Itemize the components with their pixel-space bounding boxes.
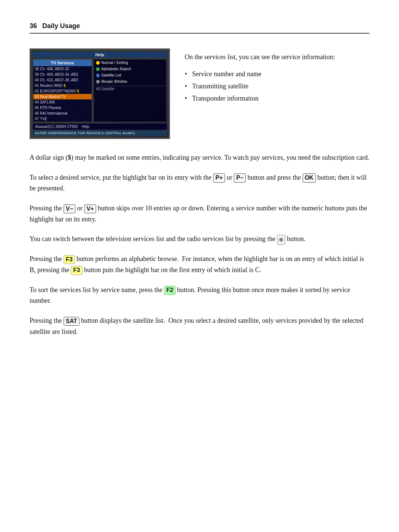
sat-key: SAT [64,317,79,326]
body-text: A dollar sign ($) may be marked on some … [30,152,369,337]
help-bottom: Help [81,125,89,129]
bullet-item-service: Service number and name [185,69,369,79]
transponder-info: Asiasat2(C) 3960H 27500 [35,125,78,129]
help-menu-panel: Normal / Sorting Alphabetic Search Satel… [93,59,167,122]
list-item: 39 Ch. 409, AB33-34, AB3 [33,72,92,77]
list-item: 38 Ch. 408, AB25-32 [33,66,92,72]
list-item: 45 RTR Planeta [33,105,92,111]
p-minus-key: P− [234,173,246,182]
blue-dot-icon [96,74,100,77]
tv-screen: Help TV Services 38 Ch. 408, AB25-32 39 … [30,48,170,139]
f3-key-first: F3 [64,255,75,264]
help-menu-item: Satellite List [94,72,166,78]
list-item: 47 TVE [33,116,92,122]
bullet-list: Service number and name Transmitting sat… [185,69,369,104]
top-section: Help TV Services 38 Ch. 408, AB25-32 39 … [30,48,369,139]
paragraph-f2: To sort the services list by service nam… [30,285,369,306]
tv-icon: ⊕ [277,235,285,245]
help-menu-item: Mosaic Window [94,78,166,85]
list-item-highlighted: 43 Real Madrid TV [33,94,92,99]
bullet-item-transponder: Transponder information [185,93,369,104]
tv-bottom-bar: Asiasat2(C) 3960H 27500 Help [33,123,167,130]
help-menu-item: Alphabetic Search [94,66,166,72]
list-item: 41 Reuters WNS $ [33,83,92,88]
paragraph-f3: Pressing the F3 button performs an alpha… [30,254,369,275]
paragraph-dollar: A dollar sign ($) may be marked on some … [30,152,369,163]
help-menu-item: Normal / Sorting [94,60,166,66]
tv-main-area: TV Services 38 Ch. 408, AB25-32 39 Ch. 4… [33,59,167,122]
help-bar: Help [33,52,167,58]
help-separator: All Satellite [94,86,166,92]
list-item: 40 Ch. 410, AB37-38, AB3 [33,77,92,83]
gray-dot-icon [96,80,100,84]
tv-content: Help TV Services 38 Ch. 408, AB25-32 39 … [31,50,169,138]
bullet-item-satellite: Transmitting satellite [185,81,369,92]
page-number: 36 [30,22,37,30]
v-minus-key: V− [64,204,75,213]
ok-key: OK [303,173,316,182]
f3-key-second: F3 [71,266,82,275]
p-plus-key: P+ [213,173,225,182]
services-header: TV Services [33,60,92,66]
info-intro: On the services list, you can see the se… [185,52,369,62]
v-plus-key: V+ [84,204,96,213]
page-header: 36 Daily Usage [30,22,369,34]
tv-ticker: EATER INDEPENDENCE FOR REGION'S CENTRAL … [33,131,167,136]
list-item: 46 RAI International [33,111,92,116]
section-title: Daily Usage [39,22,80,30]
tv-services-panel: TV Services 38 Ch. 408, AB25-32 39 Ch. 4… [33,59,92,122]
list-item: 44 SATLINK [33,99,92,105]
list-item: 42 EUROSPORT*NEWS $ [33,88,92,94]
paragraph-sat: Pressing the SAT button displays the sat… [30,315,369,337]
green-dot-icon [96,67,100,71]
info-panel: On the services list, you can see the se… [185,48,369,105]
f2-key: F2 [164,286,175,295]
paragraph-switch: You can switch between the television se… [30,234,369,245]
paragraph-pressing-v: Pressing the V− or V+ button skips over … [30,203,369,225]
paragraph-select: To select a desired service, put the hig… [30,172,369,194]
yellow-dot-icon [96,61,100,65]
